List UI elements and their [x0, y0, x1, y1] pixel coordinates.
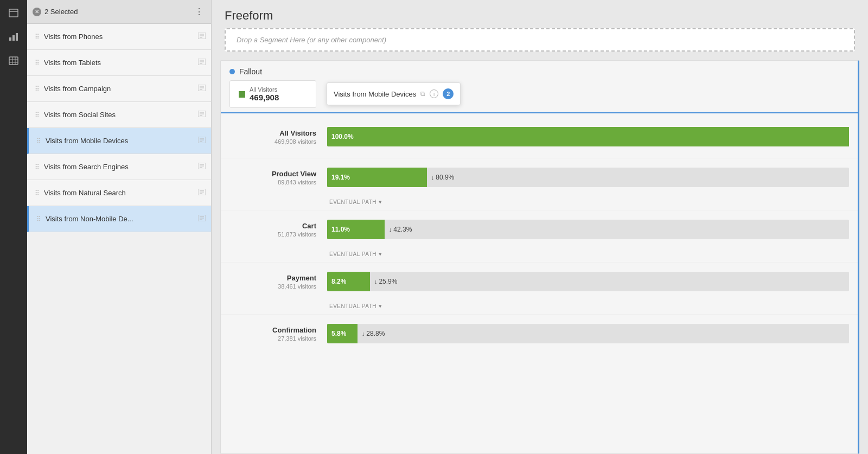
- all-visitors-chip: All Visitors 469,908: [229, 80, 316, 108]
- eventual-path-product-view[interactable]: EVENTUAL PATH ▾: [221, 196, 858, 208]
- sidebar-item-phones[interactable]: ⠿ Visits from Phones: [27, 24, 211, 50]
- drag-handle-natural-search: ⠿: [35, 189, 40, 197]
- drag-handle-social: ⠿: [35, 111, 40, 119]
- drag-area: All Visitors 469,908 Visits from Mobile …: [221, 80, 858, 112]
- chart-bar-area-all-visitors: 100.0%: [327, 127, 849, 146]
- chart-title-cart: Cart: [229, 222, 316, 230]
- sidebar-header: ✕ 2 Selected ⋮: [27, 0, 211, 24]
- chart-bar-area-confirmation: ↓ 28.8%5.8%: [327, 324, 849, 343]
- svg-rect-3: [12, 35, 15, 41]
- drag-handle-phones: ⠿: [35, 33, 40, 41]
- chart-bar-area-payment: ↓ 25.9%8.2%: [327, 272, 849, 291]
- sidebar-item-non-mobile[interactable]: ⠿ Visits from Non-Mobile De...: [27, 206, 211, 232]
- badge-counter: 2: [443, 88, 454, 99]
- segment-icon-search-engines: [198, 163, 206, 171]
- drag-handle-campaign: ⠿: [35, 85, 40, 93]
- chart-title-payment: Payment: [229, 274, 316, 282]
- chart-title-product-view: Product View: [229, 170, 316, 178]
- fallout-header: Fallout: [221, 61, 858, 80]
- mobile-devices-tooltip-label: Visits from Mobile Devices: [334, 90, 416, 98]
- page-title: Freeform: [225, 9, 855, 23]
- bar-pct-label-payment: 8.2%: [331, 278, 346, 285]
- svg-rect-2: [9, 37, 11, 41]
- drop-pct-label-payment: ↓ 25.9%: [374, 278, 398, 285]
- sidebar-item-label-campaign: Visits from Campaign: [44, 85, 198, 93]
- chart-title-all-visitors: All Visitors: [229, 129, 316, 137]
- sidebar-list: ⠿ Visits from Phones ⠿ Visits from Table…: [27, 24, 211, 454]
- sidebar-item-mobile-devices[interactable]: ⠿ Visits from Mobile Devices: [27, 128, 211, 154]
- sidebar-item-search-engines[interactable]: ⠿ Visits from Search Engines: [27, 154, 211, 180]
- chevron-down-icon: ▾: [379, 199, 382, 206]
- drag-handle-search-engines: ⠿: [35, 163, 40, 171]
- eventual-path-label: EVENTUAL PATH: [329, 251, 376, 257]
- bar-pct-label-all-visitors: 100.0%: [331, 133, 354, 140]
- sidebar-item-label-non-mobile: Visits from Non-Mobile De...: [46, 215, 198, 223]
- copy-icon: ⧉: [420, 90, 425, 98]
- fallout-dot: [229, 69, 235, 74]
- chart-visitors-confirmation: 27,381 visitors: [229, 335, 316, 342]
- chart-row-cart: Cart 51,873 visitors ↓ 42.3%11.0%EVENTUA…: [221, 210, 858, 263]
- segment-drop-zone[interactable]: Drop a Segment Here (or any other compon…: [225, 28, 855, 52]
- chart-bar-row-product-view: Product View 89,843 visitors ↓ 80.9%19.1…: [221, 158, 858, 196]
- sidebar-item-label-tablets: Visits from Tablets: [44, 59, 198, 67]
- main-content: Freeform Drop a Segment Here (or any oth…: [212, 0, 868, 454]
- all-visitors-chip-value: 469,908: [250, 93, 279, 102]
- eventual-path-payment[interactable]: EVENTUAL PATH ▾: [221, 300, 858, 312]
- chart-bar-row-cart: Cart 51,873 visitors ↓ 42.3%11.0%: [221, 210, 858, 248]
- chart-section: All Visitors 469,908 visitors 100.0% Pro…: [221, 113, 858, 360]
- chart-visitors-all-visitors: 469,908 visitors: [229, 138, 316, 145]
- eventual-path-label: EVENTUAL PATH: [329, 199, 376, 205]
- chart-row-product-view: Product View 89,843 visitors ↓ 80.9%19.1…: [221, 158, 858, 210]
- bar-pct-label-product-view: 19.1%: [331, 174, 350, 181]
- chart-bar-area-cart: ↓ 42.3%11.0%: [327, 220, 849, 239]
- svg-rect-4: [16, 33, 18, 41]
- segment-icon-social: [198, 111, 206, 119]
- segment-icon-tablets: [198, 59, 206, 67]
- sidebar-item-label-social: Visits from Social Sites: [44, 111, 198, 119]
- segment-icon-campaign: [198, 85, 206, 93]
- sidebar-more-button[interactable]: ⋮: [193, 4, 206, 19]
- icon-bar: [0, 0, 27, 454]
- chart-row-confirmation: Confirmation 27,381 visitors ↓ 28.8%5.8%: [221, 315, 858, 355]
- all-visitors-color-swatch: [239, 91, 245, 98]
- close-selected-button[interactable]: ✕: [33, 8, 41, 16]
- all-visitors-chip-label: All Visitors: [250, 86, 279, 93]
- chart-visitors-cart: 51,873 visitors: [229, 231, 316, 238]
- drop-pct-label-cart: ↓ 42.3%: [389, 226, 412, 233]
- segment-icon-phones: [198, 33, 206, 41]
- window-icon[interactable]: [5, 7, 22, 20]
- table-icon[interactable]: [5, 54, 22, 67]
- sidebar: ✕ 2 Selected ⋮ ⠿ Visits from Phones ⠿ Vi…: [27, 0, 212, 454]
- eventual-path-cart[interactable]: EVENTUAL PATH ▾: [221, 248, 858, 260]
- drag-handle-mobile-devices: ⠿: [36, 137, 41, 145]
- drag-handle-non-mobile: ⠿: [36, 215, 41, 223]
- svg-rect-5: [9, 57, 18, 65]
- chart-bar-row-all-visitors: All Visitors 469,908 visitors 100.0%: [221, 118, 858, 156]
- svg-rect-0: [9, 9, 18, 17]
- info-icon[interactable]: i: [430, 89, 438, 98]
- sidebar-item-label-natural-search: Visits from Natural Search: [44, 189, 198, 197]
- chart-visitors-payment: 38,461 visitors: [229, 283, 316, 290]
- chart-icon[interactable]: [5, 30, 22, 43]
- chart-row-payment: Payment 38,461 visitors ↓ 25.9%8.2%EVENT…: [221, 263, 858, 315]
- sidebar-item-label-phones: Visits from Phones: [44, 33, 198, 41]
- sidebar-item-label-mobile-devices: Visits from Mobile Devices: [46, 137, 198, 145]
- selected-count-label: 2 Selected: [44, 8, 78, 16]
- chart-bar-row-payment: Payment 38,461 visitors ↓ 25.9%8.2%: [221, 263, 858, 300]
- mobile-devices-tooltip: Visits from Mobile Devices ⧉ i 2: [327, 82, 461, 105]
- drop-pct-label-confirmation: ↓ 28.8%: [362, 330, 385, 337]
- chart-bar-area-product-view: ↓ 80.9%19.1%: [327, 168, 849, 187]
- fallout-title: Fallout: [239, 67, 262, 76]
- bar-pct-label-confirmation: 5.8%: [331, 330, 346, 337]
- sidebar-item-tablets[interactable]: ⠿ Visits from Tablets: [27, 50, 211, 76]
- main-header: Freeform: [212, 0, 868, 28]
- drag-handle-tablets: ⠿: [35, 59, 40, 67]
- selected-indicator: ✕ 2 Selected: [33, 8, 193, 16]
- sidebar-item-natural-search[interactable]: ⠿ Visits from Natural Search: [27, 180, 211, 206]
- chart-title-confirmation: Confirmation: [229, 326, 316, 334]
- chart-bar-row-confirmation: Confirmation 27,381 visitors ↓ 28.8%5.8%: [221, 315, 858, 353]
- segment-icon-non-mobile: [198, 215, 206, 223]
- drop-pct-label-product-view: ↓ 80.9%: [431, 174, 455, 181]
- sidebar-item-campaign[interactable]: ⠿ Visits from Campaign: [27, 76, 211, 102]
- sidebar-item-social[interactable]: ⠿ Visits from Social Sites: [27, 102, 211, 128]
